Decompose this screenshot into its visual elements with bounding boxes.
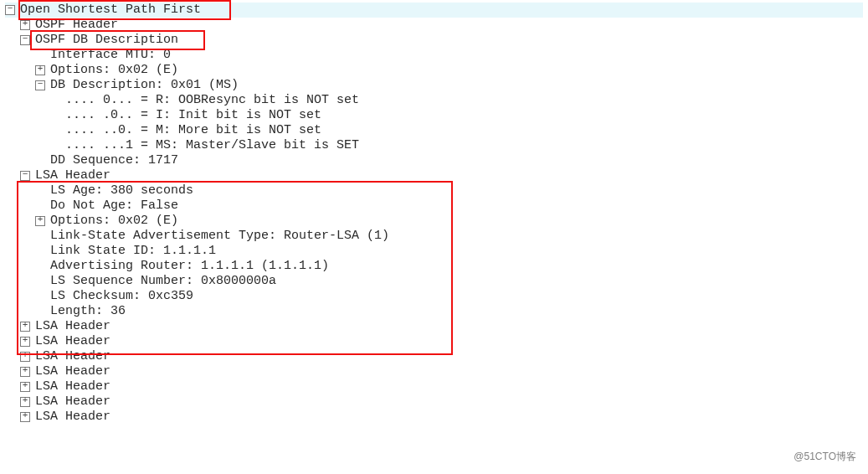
tree-node-ospf-header[interactable]: OSPF Header: [5, 18, 863, 33]
tree-node-bit-m[interactable]: .... ..0. = M: More bit is NOT set: [5, 123, 863, 138]
collapse-icon[interactable]: [20, 35, 30, 45]
tree-node-options[interactable]: Options: 0x02 (E): [5, 63, 863, 78]
tree-node-lsa-header[interactable]: LSA Header: [5, 379, 863, 394]
tree-label: Options: 0x02 (E): [50, 63, 178, 78]
tree-node-lsa-header-expanded[interactable]: LSA Header: [5, 168, 863, 183]
tree-node-do-not-age[interactable]: Do Not Age: False: [5, 198, 863, 214]
tree-label: Interface MTU: 0: [35, 48, 171, 63]
expand-icon[interactable]: [20, 337, 30, 347]
tree-label: LS Sequence Number: 0x8000000a: [35, 274, 276, 289]
tree-node-interface-mtu[interactable]: Interface MTU: 0: [5, 48, 863, 63]
expand-icon[interactable]: [20, 322, 30, 332]
tree-node-root[interactable]: Open Shortest Path First: [5, 3, 863, 18]
collapse-icon[interactable]: [35, 80, 45, 90]
tree-label: LSA Header: [35, 364, 110, 379]
expand-icon[interactable]: [20, 20, 30, 30]
tree-node-ls-checksum[interactable]: LS Checksum: 0xc359: [5, 289, 863, 304]
tree-label: Do Not Age: False: [35, 198, 178, 214]
expand-icon[interactable]: [35, 216, 45, 226]
tree-node-bit-i[interactable]: .... .0.. = I: Init bit is NOT set: [5, 108, 863, 123]
tree-label: .... ...1 = MS: Master/Slave bit is SET: [65, 138, 359, 153]
tree-label: .... .0.. = I: Init bit is NOT set: [65, 108, 321, 123]
tree-node-lsa-header[interactable]: LSA Header: [5, 364, 863, 379]
tree-label: LSA Header: [35, 410, 110, 425]
tree-node-ls-age[interactable]: LS Age: 380 seconds: [5, 183, 863, 198]
tree-label: OSPF Header: [35, 18, 118, 33]
tree-node-advertising-router[interactable]: Advertising Router: 1.1.1.1 (1.1.1.1): [5, 259, 863, 274]
tree-node-lsa-type[interactable]: Link-State Advertisement Type: Router-LS…: [5, 229, 863, 244]
tree-label: LSA Header: [35, 319, 110, 334]
tree-label: LS Age: 380 seconds: [35, 183, 193, 198]
tree-node-length[interactable]: Length: 36: [5, 304, 863, 319]
tree-node-bit-r[interactable]: .... 0... = R: OOBResync bit is NOT set: [5, 93, 863, 108]
tree-label: DD Sequence: 1717: [35, 153, 178, 168]
tree-label: DB Description: 0x01 (MS): [50, 78, 239, 93]
collapse-icon[interactable]: [20, 171, 30, 181]
expand-icon[interactable]: [20, 412, 30, 422]
tree-node-dd-sequence[interactable]: DD Sequence: 1717: [5, 153, 863, 168]
expand-icon[interactable]: [20, 382, 30, 392]
tree-label: LSA Header: [35, 379, 110, 394]
packet-tree: Open Shortest Path First OSPF Header OSP…: [0, 0, 868, 430]
tree-label: LS Checksum: 0xc359: [35, 289, 193, 304]
expand-icon[interactable]: [35, 65, 45, 75]
tree-label: .... ..0. = M: More bit is NOT set: [65, 123, 321, 138]
tree-label: .... 0... = R: OOBResync bit is NOT set: [65, 93, 359, 108]
tree-node-ls-sequence[interactable]: LS Sequence Number: 0x8000000a: [5, 274, 863, 289]
collapse-icon[interactable]: [5, 5, 15, 15]
tree-label: Link-State Advertisement Type: Router-LS…: [35, 229, 389, 244]
tree-label: Options: 0x02 (E): [50, 214, 178, 229]
tree-label: LSA Header: [35, 349, 110, 364]
tree-label: Open Shortest Path First: [20, 3, 201, 18]
expand-icon[interactable]: [20, 397, 30, 407]
tree-label: LSA Header: [35, 394, 110, 410]
tree-label: OSPF DB Description: [35, 33, 178, 48]
tree-label: Length: 36: [35, 304, 126, 319]
tree-node-lsa-header[interactable]: LSA Header: [5, 394, 863, 410]
expand-icon[interactable]: [20, 367, 30, 377]
tree-node-link-state-id[interactable]: Link State ID: 1.1.1.1: [5, 244, 863, 259]
expand-icon[interactable]: [20, 352, 30, 362]
tree-node-lsa-header[interactable]: LSA Header: [5, 334, 863, 349]
tree-node-lsa-options[interactable]: Options: 0x02 (E): [5, 214, 863, 229]
tree-node-lsa-header[interactable]: LSA Header: [5, 319, 863, 334]
tree-node-db-description[interactable]: OSPF DB Description: [5, 33, 863, 48]
tree-node-db-desc-flags[interactable]: DB Description: 0x01 (MS): [5, 78, 863, 93]
tree-node-lsa-header[interactable]: LSA Header: [5, 349, 863, 364]
tree-node-lsa-header[interactable]: LSA Header: [5, 410, 863, 425]
tree-node-bit-ms[interactable]: .... ...1 = MS: Master/Slave bit is SET: [5, 138, 863, 153]
tree-label: LSA Header: [35, 168, 110, 183]
tree-label: Link State ID: 1.1.1.1: [35, 244, 216, 259]
tree-label: Advertising Router: 1.1.1.1 (1.1.1.1): [35, 259, 329, 274]
tree-label: LSA Header: [35, 334, 110, 349]
watermark: @51CTO博客: [794, 450, 856, 464]
